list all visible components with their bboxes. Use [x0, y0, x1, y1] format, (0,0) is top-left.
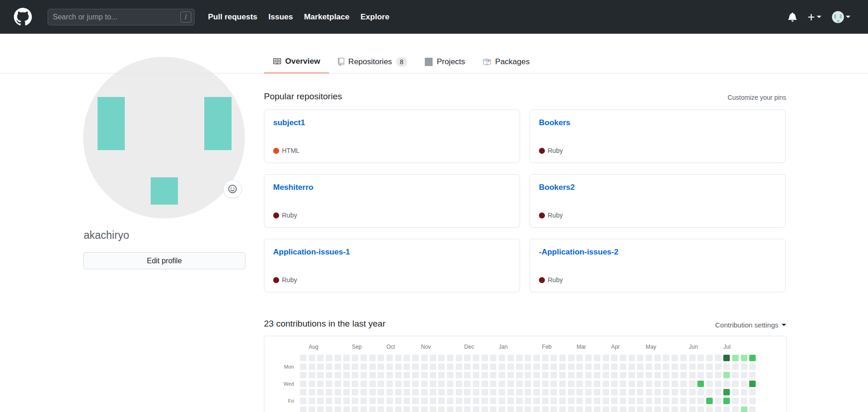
- contribution-cell[interactable]: [395, 381, 402, 387]
- contribution-cell[interactable]: [326, 381, 332, 387]
- contribution-cell[interactable]: [482, 406, 488, 412]
- contribution-cell[interactable]: [594, 381, 600, 387]
- contribution-cell[interactable]: [309, 381, 315, 387]
- contribution-cell[interactable]: [663, 406, 669, 412]
- contribution-cell[interactable]: [585, 364, 592, 370]
- contribution-cell[interactable]: [542, 406, 549, 412]
- contribution-cell[interactable]: [421, 406, 428, 412]
- contribution-cell[interactable]: [386, 398, 393, 404]
- contribution-cell[interactable]: [620, 372, 626, 378]
- contribution-cell[interactable]: [732, 381, 739, 387]
- contribution-cell[interactable]: [672, 406, 678, 412]
- contribution-cell[interactable]: [525, 372, 531, 378]
- contribution-cell[interactable]: [507, 372, 514, 378]
- contribution-cell[interactable]: [568, 364, 575, 370]
- contribution-cell[interactable]: [542, 372, 549, 378]
- contribution-cell[interactable]: [689, 364, 696, 370]
- contribution-cell[interactable]: [447, 381, 453, 387]
- contribution-cell[interactable]: [706, 372, 713, 378]
- contribution-cell[interactable]: [629, 364, 635, 370]
- contribution-cell[interactable]: [697, 381, 704, 387]
- tab-packages[interactable]: Packages: [474, 50, 538, 73]
- contribution-cell[interactable]: [317, 398, 324, 404]
- contribution-cell[interactable]: [386, 364, 393, 370]
- contribution-cell[interactable]: [680, 406, 687, 412]
- contribution-cell[interactable]: [576, 406, 583, 412]
- contribution-cell[interactable]: [672, 372, 678, 378]
- contribution-cell[interactable]: [568, 389, 575, 395]
- contribution-cell[interactable]: [403, 406, 410, 412]
- contribution-cell[interactable]: [430, 398, 436, 404]
- contribution-cell[interactable]: [585, 355, 592, 361]
- contribution-cell[interactable]: [343, 381, 350, 387]
- contribution-cell[interactable]: [361, 389, 367, 395]
- contribution-cell[interactable]: [361, 355, 367, 361]
- contribution-cell[interactable]: [689, 355, 696, 361]
- contribution-cell[interactable]: [611, 398, 617, 404]
- contribution-cell[interactable]: [732, 372, 739, 378]
- contribution-cell[interactable]: [464, 381, 471, 387]
- contribution-cell[interactable]: [637, 355, 643, 361]
- contribution-cell[interactable]: [386, 389, 393, 395]
- contribution-cell[interactable]: [447, 355, 453, 361]
- contribution-cell[interactable]: [335, 381, 341, 387]
- contribution-cell[interactable]: [637, 389, 643, 395]
- contribution-cell[interactable]: [490, 389, 496, 395]
- contribution-cell[interactable]: [343, 406, 350, 412]
- contribution-cell[interactable]: [386, 372, 393, 378]
- contribution-cell[interactable]: [680, 398, 687, 404]
- contribution-cell[interactable]: [482, 355, 488, 361]
- customize-pins-link[interactable]: Customize your pins: [727, 94, 786, 101]
- contribution-cell[interactable]: [473, 381, 479, 387]
- contribution-cell[interactable]: [499, 372, 505, 378]
- contribution-cell[interactable]: [430, 355, 436, 361]
- contribution-cell[interactable]: [378, 381, 384, 387]
- contribution-cell[interactable]: [386, 406, 393, 412]
- contribution-cell[interactable]: [550, 364, 557, 370]
- contribution-cell[interactable]: [335, 372, 341, 378]
- contribution-cell[interactable]: [421, 364, 428, 370]
- contribution-cell[interactable]: [533, 389, 540, 395]
- contribution-cell[interactable]: [412, 372, 419, 378]
- contribution-cell[interactable]: [697, 372, 704, 378]
- contribution-cell[interactable]: [369, 381, 376, 387]
- contribution-cell[interactable]: [611, 389, 617, 395]
- contribution-cell[interactable]: [412, 355, 419, 361]
- contribution-cell[interactable]: [421, 389, 428, 395]
- contribution-cell[interactable]: [403, 355, 410, 361]
- contribution-cell[interactable]: [335, 355, 341, 361]
- contribution-cell[interactable]: [352, 355, 358, 361]
- contribution-cell[interactable]: [490, 364, 496, 370]
- contribution-cell[interactable]: [620, 364, 626, 370]
- contribution-cell[interactable]: [603, 372, 609, 378]
- contribution-cell[interactable]: [550, 398, 557, 404]
- contribution-cell[interactable]: [507, 364, 514, 370]
- contribution-cell[interactable]: [637, 372, 643, 378]
- contribution-cell[interactable]: [611, 406, 617, 412]
- contribution-cell[interactable]: [335, 406, 341, 412]
- contribution-cell[interactable]: [550, 355, 557, 361]
- contribution-cell[interactable]: [559, 381, 566, 387]
- contribution-cell[interactable]: [473, 398, 479, 404]
- contribution-cell[interactable]: [594, 372, 600, 378]
- contribution-cell[interactable]: [438, 406, 445, 412]
- contribution-cell[interactable]: [395, 389, 402, 395]
- contribution-cell[interactable]: [603, 398, 609, 404]
- contribution-cell[interactable]: [395, 364, 402, 370]
- contribution-cell[interactable]: [300, 364, 306, 370]
- repo-link[interactable]: Application-issues-1: [273, 248, 350, 257]
- contribution-cell[interactable]: [438, 398, 445, 404]
- contribution-cell[interactable]: [352, 389, 358, 395]
- contribution-cell[interactable]: [672, 398, 678, 404]
- contribution-cell[interactable]: [542, 364, 549, 370]
- contribution-cell[interactable]: [749, 381, 756, 387]
- contribution-cell[interactable]: [456, 398, 462, 404]
- contribution-cell[interactable]: [361, 381, 367, 387]
- contribution-cell[interactable]: [464, 372, 471, 378]
- contribution-cell[interactable]: [326, 406, 332, 412]
- contribution-cell[interactable]: [715, 372, 721, 378]
- contribution-cell[interactable]: [715, 355, 721, 361]
- contribution-cell[interactable]: [490, 381, 496, 387]
- contribution-cell[interactable]: [611, 364, 617, 370]
- contribution-cell[interactable]: [629, 406, 635, 412]
